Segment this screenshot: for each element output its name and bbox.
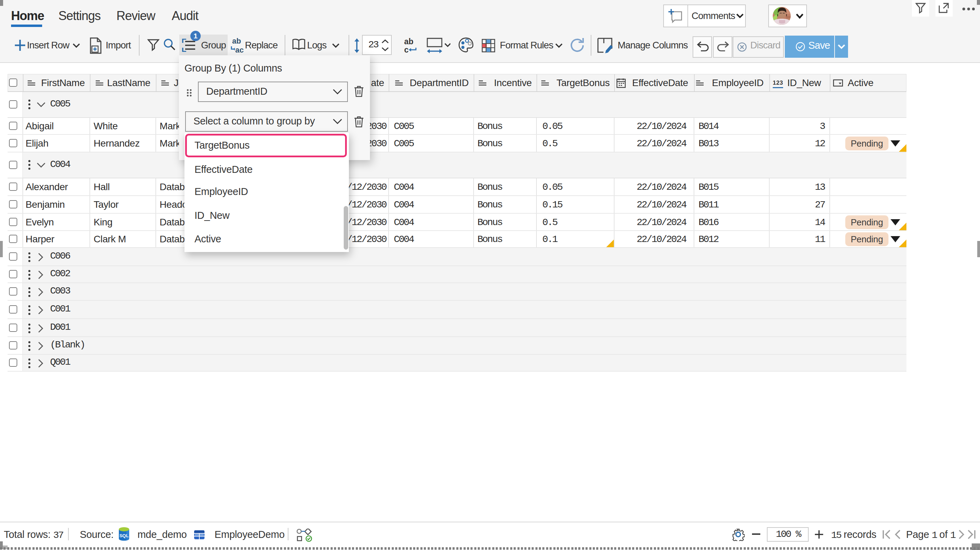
svg-text:ab: ab	[404, 37, 414, 46]
svg-text:ac: ac	[235, 46, 243, 54]
svg-text:c: c	[404, 45, 409, 54]
svg-text:SQL: SQL	[119, 533, 129, 538]
svg-text:ab: ab	[232, 37, 241, 45]
